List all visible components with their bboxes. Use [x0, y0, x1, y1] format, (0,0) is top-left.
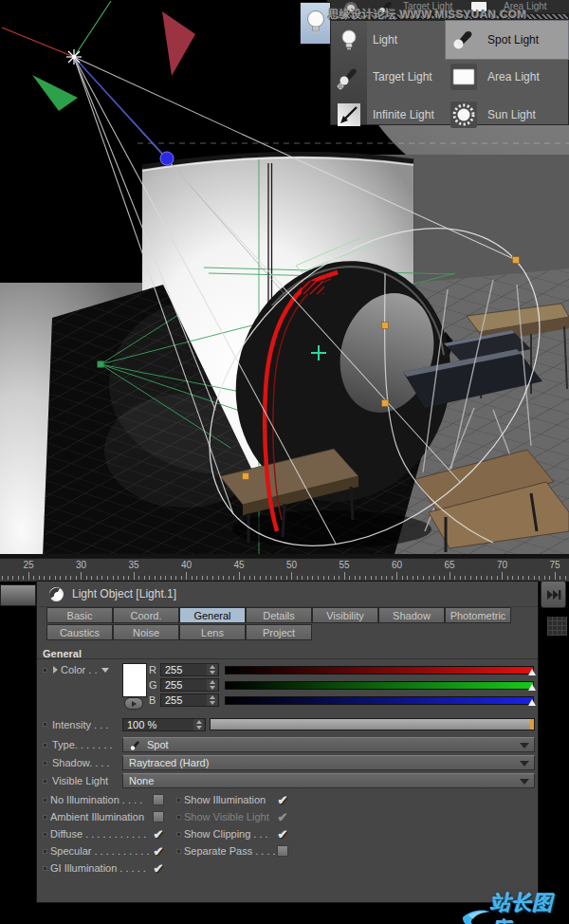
cinema4d-window: Target Light Area Light LightTarget Ligh…	[0, 0, 569, 924]
light-palette-button[interactable]	[300, 2, 331, 45]
ruler-tick	[528, 576, 529, 580]
tab-lens[interactable]: Lens	[179, 624, 246, 640]
channel-b-field[interactable]: 255	[160, 693, 219, 707]
checkbox-show-clipping[interactable]: ✔	[275, 826, 290, 841]
intensity-slider[interactable]	[210, 718, 535, 730]
spot-type-icon	[129, 739, 141, 750]
ruler-tick	[18, 576, 19, 580]
shadow-dropdown[interactable]: Raytraced (Hard)	[122, 755, 535, 770]
ruler-tick	[328, 576, 329, 580]
ruler-tick	[118, 576, 119, 580]
param-dot	[43, 815, 47, 820]
ruler-frame-35: 35	[122, 560, 145, 570]
intensity-field[interactable]: 100 %	[122, 718, 206, 731]
color-dropdown-icon[interactable]	[101, 668, 109, 673]
tab-details[interactable]: Details	[246, 607, 312, 623]
stepper-arrows[interactable]	[207, 694, 217, 706]
intensity-slider-handle[interactable]	[530, 719, 534, 730]
color-picker-expand-button[interactable]	[124, 697, 143, 710]
ruler-tick	[91, 576, 92, 580]
ruler-tick	[149, 576, 150, 580]
ruler-tick	[23, 576, 24, 580]
ruler-tick	[544, 576, 545, 580]
tab-row-2: CausticsNoiseLensProject	[46, 624, 312, 640]
slider-handle-icon[interactable]	[528, 669, 536, 675]
timeline-ruler[interactable]: 2530354045505560657075	[0, 558, 569, 582]
channel-b-slider[interactable]	[225, 696, 534, 705]
ruler-tick	[76, 576, 77, 580]
ruler-tick	[433, 576, 434, 580]
menu-column-right: Spot LightArea LightSun Light	[446, 21, 568, 124]
tab-caustics[interactable]: Caustics	[46, 624, 113, 640]
snap-grid-icon[interactable]	[547, 617, 567, 636]
menu-item-area-light[interactable]: Area Light	[446, 59, 568, 97]
slider-handle-icon[interactable]	[528, 684, 536, 691]
channel-g-field[interactable]: 255	[160, 678, 219, 692]
menu-item-spot-light[interactable]: Spot Light	[446, 21, 568, 59]
goto-end-button[interactable]	[541, 581, 566, 608]
tab-shadow[interactable]: Shadow	[378, 607, 445, 623]
param-dot	[43, 668, 47, 673]
ruler-tick	[266, 576, 266, 580]
ruler-tick	[402, 576, 403, 580]
menu-item-label: Sun Light	[487, 108, 536, 121]
tab-coord[interactable]: Coord.	[113, 607, 179, 623]
area-light-icon	[450, 64, 477, 90]
intensity-label: Intensity . . .	[52, 719, 108, 730]
ruler-tick	[371, 576, 372, 580]
attribute-manager: Light Object [Light.1] BasicCoord.Genera…	[36, 581, 539, 903]
menu-item-label: Target Light	[373, 70, 432, 83]
channel-row-r: R255	[149, 663, 534, 676]
ruler-tick	[417, 576, 418, 580]
ruler-tick	[407, 576, 408, 580]
timeline-scrollbar-stub[interactable]	[0, 584, 36, 606]
checkbox-specular[interactable]: ✔	[151, 843, 166, 859]
tab-visibility[interactable]: Visibility	[312, 607, 378, 623]
checkbox-gi-illumination[interactable]: ✔	[151, 860, 166, 876]
ruler-tick	[155, 576, 156, 580]
tab-basic[interactable]: Basic	[46, 607, 113, 623]
ruler-tick	[312, 576, 313, 580]
channel-r-field[interactable]: 255	[160, 663, 219, 676]
ruler-tick	[49, 576, 50, 580]
ruler-frame-65: 65	[438, 560, 461, 570]
channel-r-slider[interactable]	[225, 666, 534, 675]
ruler-tick	[276, 576, 277, 580]
stepper-arrows[interactable]	[193, 719, 204, 730]
menu-item-target-light[interactable]: Target Light	[331, 59, 446, 97]
checkbox-diffuse[interactable]: ✔	[151, 826, 166, 841]
checkbox-column-left: No Illumination . . . .Ambient Illuminat…	[37, 791, 166, 877]
ruler-tick	[244, 576, 245, 580]
visible-light-dropdown[interactable]: None	[122, 773, 535, 788]
color-swatch[interactable]	[122, 663, 147, 697]
menu-item-sun-light[interactable]: Sun Light	[446, 96, 568, 134]
ruler-tick	[101, 576, 102, 580]
ruler-tick	[339, 576, 340, 580]
ruler-frame-60: 60	[386, 560, 409, 570]
ruler-tick	[355, 576, 356, 580]
menu-column-left: LightTarget LightInfinite Light	[331, 21, 446, 124]
tab-noise[interactable]: Noise	[113, 624, 179, 640]
checkbox-separate-pass[interactable]	[275, 843, 290, 859]
slider-handle-icon[interactable]	[528, 699, 536, 706]
ruler-tick	[523, 576, 523, 580]
tab-project[interactable]: Project	[246, 624, 312, 640]
tab-photometric[interactable]: Photometric	[445, 607, 511, 623]
infinite-light-icon	[336, 102, 362, 128]
type-dropdown[interactable]: Spot	[122, 737, 535, 752]
disclosure-icon[interactable]	[53, 666, 58, 674]
checkbox-show-illumination[interactable]: ✔	[275, 792, 290, 807]
ruler-tick	[381, 576, 382, 580]
channel-g-slider[interactable]	[225, 681, 534, 690]
stepper-arrows[interactable]	[207, 664, 217, 675]
checkbox-no-illumination[interactable]	[151, 792, 166, 807]
menu-item-light[interactable]: Light	[331, 21, 446, 59]
stepper-arrows[interactable]	[207, 679, 217, 691]
tab-general[interactable]: General	[179, 607, 246, 623]
checkbox-ambient-illumination[interactable]	[151, 809, 166, 824]
ruler-tick	[138, 576, 139, 580]
menu-item-infinite-light[interactable]: Infinite Light	[331, 96, 446, 134]
channel-row-b: B255	[149, 693, 534, 707]
z-axis-handle[interactable]	[160, 152, 174, 165]
param-dot	[176, 849, 181, 854]
